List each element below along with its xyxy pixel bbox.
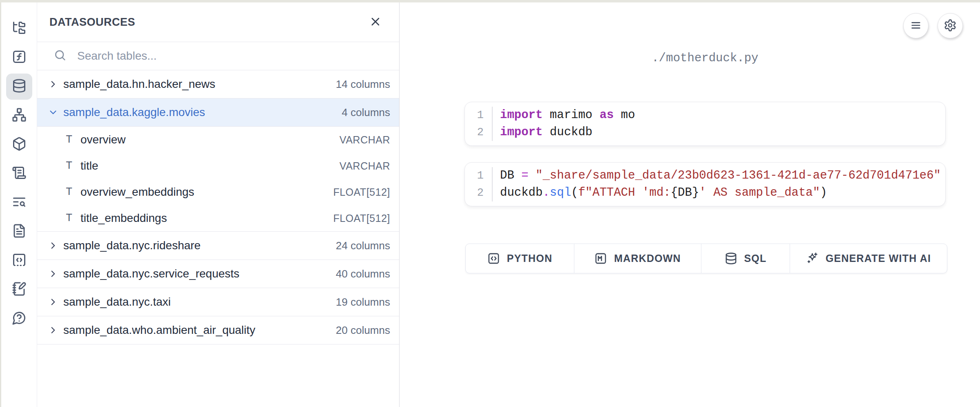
type-text-icon: T <box>66 160 80 172</box>
table-name: sample_data.who.ambient_air_quality <box>63 324 255 337</box>
code-cell[interactable]: 1import marimo as mo2import duckdb <box>464 102 946 146</box>
sidebar-item-variables[interactable] <box>6 45 32 71</box>
column-name: title <box>80 159 98 172</box>
column-type: VARCHAR <box>339 160 390 172</box>
code-line: 2import duckdb <box>465 124 945 141</box>
table-row[interactable]: sample_data.kaggle.movies4 columns <box>37 98 399 127</box>
close-icon <box>369 15 382 29</box>
code-line: 1import marimo as mo <box>465 107 945 124</box>
code-square-icon <box>487 252 500 265</box>
menu-icon <box>909 19 922 33</box>
notebook-pen-icon <box>12 282 27 298</box>
window-top-edge <box>0 0 980 2</box>
search-icon <box>54 49 77 63</box>
function-square-icon <box>12 49 27 66</box>
sidebar-item-logs[interactable] <box>6 161 32 187</box>
column-type: FLOAT[512] <box>333 212 390 224</box>
panel-title: DATASOURCES <box>49 16 135 29</box>
table-column-count: 40 columns <box>336 268 390 280</box>
column-type: FLOAT[512] <box>333 186 390 198</box>
file-text-icon <box>12 224 27 240</box>
markdown-square-icon <box>594 252 607 265</box>
file-tree-icon <box>12 20 27 37</box>
datasources-panel: DATASOURCES sample_data.hn.hacker_news14… <box>37 2 400 407</box>
add-cell-bar: PYTHONMARKDOWNSQLGENERATE WITH AI <box>465 244 947 273</box>
activity-bar <box>1 2 37 407</box>
table-row[interactable]: sample_data.who.ambient_air_quality20 co… <box>37 316 399 344</box>
table-column-count: 14 columns <box>336 78 390 91</box>
add-sql-button[interactable]: SQL <box>701 244 790 273</box>
sidebar-item-documentation[interactable] <box>6 219 32 245</box>
notebook-menu-button[interactable] <box>903 13 929 38</box>
help-circle-icon <box>12 311 27 327</box>
table-name: sample_data.hn.hacker_news <box>63 78 215 91</box>
generate-ai-button[interactable]: GENERATE WITH AI <box>790 244 947 273</box>
sidebar-item-snippets[interactable] <box>6 248 32 274</box>
column-name: title_embeddings <box>80 212 167 225</box>
chevron-right-icon <box>48 240 58 251</box>
column-row[interactable]: Toverview_embeddingsFLOAT[512] <box>37 179 399 205</box>
chevron-right-icon <box>48 79 58 89</box>
settings-button[interactable] <box>938 13 963 38</box>
column-row[interactable]: Ttitle_embeddingsFLOAT[512] <box>37 205 399 231</box>
sidebar-item-tracebacks[interactable] <box>6 190 32 216</box>
box-icon <box>12 136 27 153</box>
sparkles-icon <box>806 252 819 265</box>
text-search-icon <box>12 195 27 211</box>
line-number: 2 <box>465 124 493 141</box>
chevron-right-icon <box>48 325 58 335</box>
type-text-icon: T <box>66 134 80 146</box>
column-name: overview <box>80 133 125 146</box>
code-text: import duckdb <box>493 124 592 141</box>
sidebar-item-file-explorer[interactable] <box>6 16 32 42</box>
chevron-right-icon <box>48 268 58 279</box>
table-columns-group: ToverviewVARCHARTtitleVARCHARToverview_e… <box>37 127 399 232</box>
code-cell[interactable]: 1DB = "_share/sample_data/23b0d623-1361-… <box>464 162 946 206</box>
sidebar-item-help[interactable] <box>6 306 32 332</box>
tables-list: sample_data.hn.hacker_news14 columnssamp… <box>37 70 399 344</box>
database-icon <box>12 78 27 95</box>
notebook-area: ./motherduck.py 1import marimo as mo2imp… <box>400 2 980 407</box>
code-text: DB = "_share/sample_data/23b0d623-1361-4… <box>493 167 941 184</box>
table-column-count: 4 columns <box>342 106 391 119</box>
chevron-right-icon <box>48 297 58 307</box>
table-row[interactable]: sample_data.nyc.rideshare24 columns <box>37 232 399 260</box>
table-row[interactable]: sample_data.nyc.taxi19 columns <box>37 288 399 316</box>
notebook-toolbar <box>903 13 963 38</box>
network-icon <box>12 107 27 124</box>
table-name: sample_data.kaggle.movies <box>63 106 205 119</box>
column-row[interactable]: TtitleVARCHAR <box>37 153 399 179</box>
type-text-icon: T <box>66 212 80 224</box>
add-cell-label: MARKDOWN <box>614 253 681 264</box>
table-column-count: 24 columns <box>336 239 390 252</box>
table-name: sample_data.nyc.service_requests <box>63 267 239 280</box>
table-name: sample_data.nyc.taxi <box>63 295 171 309</box>
table-search <box>37 42 399 70</box>
close-panel-button[interactable] <box>366 13 384 31</box>
table-column-count: 20 columns <box>336 324 390 337</box>
line-number: 2 <box>465 184 493 201</box>
database-icon <box>725 252 737 265</box>
sidebar-item-packages[interactable] <box>6 132 32 158</box>
line-number: 1 <box>465 167 493 184</box>
notebook-filename: ./motherduck.py <box>464 51 946 65</box>
sidebar-item-datasources[interactable] <box>6 74 32 100</box>
code-square-dashed-icon <box>12 253 27 269</box>
add-markdown-button[interactable]: MARKDOWN <box>574 244 701 273</box>
table-name: sample_data.nyc.rideshare <box>63 239 201 252</box>
column-type: VARCHAR <box>339 134 390 146</box>
settings-icon <box>944 19 957 33</box>
table-row[interactable]: sample_data.hn.hacker_news14 columns <box>37 70 399 98</box>
add-python-button[interactable]: PYTHON <box>466 244 574 273</box>
sidebar-item-dependencies[interactable] <box>6 103 32 129</box>
datasources-panel-header: DATASOURCES <box>37 2 399 42</box>
code-line: 1DB = "_share/sample_data/23b0d623-1361-… <box>465 167 945 184</box>
add-cell-label: GENERATE WITH AI <box>826 253 931 264</box>
search-input[interactable] <box>77 49 389 63</box>
code-line: 2duckdb.sql(f"ATTACH 'md:{DB}' AS sample… <box>465 184 945 201</box>
sidebar-item-scratchpad[interactable] <box>6 277 32 303</box>
scroll-text-icon <box>12 165 27 182</box>
column-row[interactable]: ToverviewVARCHAR <box>37 127 399 153</box>
column-name: overview_embeddings <box>80 186 194 199</box>
table-row[interactable]: sample_data.nyc.service_requests40 colum… <box>37 260 399 288</box>
